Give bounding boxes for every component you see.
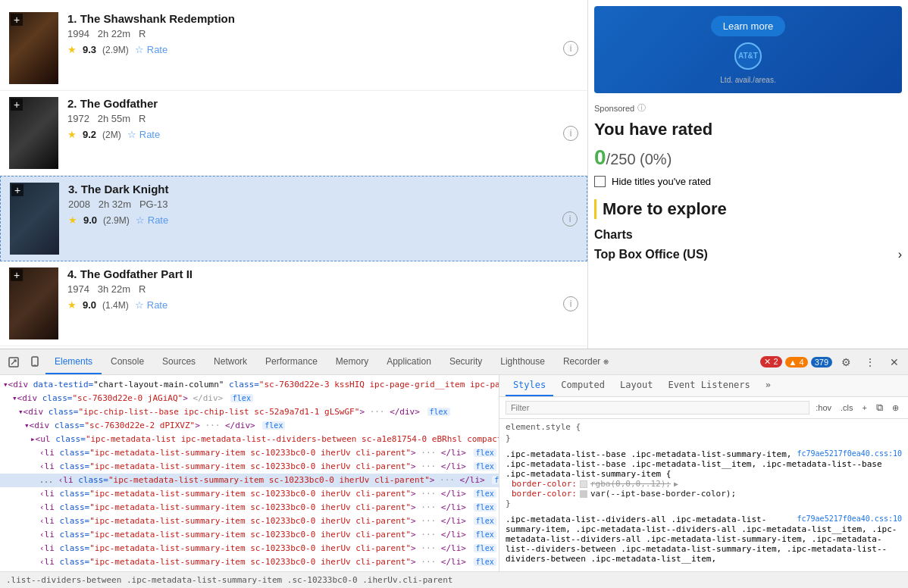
css-selector-1: fc79ae5217f0ea40.css:10 .ipc-metadata-li…	[506, 449, 902, 479]
movie-info-4: 4. The Godfather Part II 1974 3h 22m R ★…	[67, 267, 578, 311]
dom-line-13: ‹li class="ipc-metadata-list-summary-ite…	[0, 542, 499, 555]
prop-name-1: border-color:	[512, 479, 577, 489]
tab-memory[interactable]: Memory	[327, 350, 377, 374]
svg-rect-2	[33, 364, 36, 365]
right-panel: Learn more AT&T Ltd. avail./areas. Spons…	[587, 0, 908, 349]
add-button-4[interactable]: +	[11, 269, 23, 281]
add-style-button[interactable]: +	[859, 402, 870, 414]
movie-info-3: 3. The Dark Knight 2008 2h 32m PG-13 ★ 9…	[68, 183, 578, 226]
score-3: 9.0	[83, 214, 97, 226]
tab-elements[interactable]: Elements	[45, 350, 102, 374]
movie-meta-2: 1972 2h 55m R	[67, 113, 578, 124]
filter-cls-button[interactable]: .cls	[838, 402, 856, 414]
rate-star-icon-2: ☆	[127, 129, 136, 140]
you-have-rated-title: You have rated	[594, 120, 902, 139]
prop-value-2: var(--ipt-base-border-color);	[590, 489, 736, 499]
movie-poster-1: +	[9, 12, 58, 84]
filter-bar: :hov .cls + ⧉ ⊕	[499, 397, 908, 419]
element-style-rule: element.style { }	[506, 422, 902, 443]
tab-layout[interactable]: Layout	[612, 375, 660, 396]
movie-poster-2: +	[9, 97, 58, 169]
votes-2: (2M)	[102, 130, 121, 140]
chevron-right-icon: ›	[898, 248, 902, 261]
star-icon-4: ★	[67, 299, 77, 311]
rating-progress-row: 0/250 (0%)	[594, 145, 902, 170]
tab-styles[interactable]: Styles	[506, 375, 553, 396]
learn-more-button[interactable]: Learn more	[711, 16, 785, 36]
dom-line-8-highlighted: ... ‹li class="ipc-metadata-list-summary…	[0, 474, 499, 487]
add-button-2[interactable]: +	[11, 99, 23, 111]
rate-star-icon-1: ☆	[135, 44, 144, 55]
movie-meta-1: 1994 2h 22m R	[67, 28, 578, 39]
css-prop-border-color-struck: border-color: rgba(0,0,0,.12); ▶	[512, 479, 902, 489]
css-selector-2: fc79ae5217f0ea40.css:10 .ipc-metadata-li…	[506, 514, 902, 564]
movie-title-1: 1. The Shawshank Redemption	[67, 12, 578, 25]
svg-rect-1	[32, 357, 38, 366]
tab-sources[interactable]: Sources	[153, 350, 205, 374]
more-options-button[interactable]: ⋮	[859, 352, 881, 373]
add-button-1[interactable]: +	[11, 14, 23, 26]
tab-lighthouse[interactable]: Lighthouse	[491, 350, 554, 374]
movie-meta-3: 2008 2h 32m PG-13	[68, 199, 578, 210]
copy-style-button[interactable]: ⧉	[873, 400, 886, 415]
inspect-icon-button[interactable]	[3, 352, 24, 373]
movie-info-1: 1. The Shawshank Redemption 1994 2h 22m …	[67, 12, 578, 55]
movie-title-2: 2. The Godfather	[67, 97, 578, 110]
rate-button-2[interactable]: ☆ Rate	[127, 129, 160, 140]
device-toggle-button[interactable]	[24, 352, 45, 373]
info-icon-2[interactable]: i	[563, 126, 578, 141]
styles-content: element.style { } fc79ae5217f0ea40.css:1…	[499, 419, 908, 571]
rate-button-1[interactable]: ☆ Rate	[135, 44, 168, 55]
sponsored-label: Sponsored	[594, 104, 634, 113]
dom-line-3: ▾<div class="ipc-chip-list--base ipc-chi…	[0, 405, 499, 419]
dom-line-11: ‹li class="ipc-metadata-list-summary-ite…	[0, 514, 499, 528]
tab-network[interactable]: Network	[205, 350, 256, 374]
rate-button-4[interactable]: ☆ Rate	[135, 299, 168, 311]
ad-banner: Learn more AT&T Ltd. avail./areas.	[594, 6, 902, 93]
css-block-1: border-color: rgba(0,0,0,.12); ▶ border-…	[512, 479, 902, 499]
hide-rated-checkbox[interactable]	[594, 176, 606, 187]
tab-recorder[interactable]: Recorder ⎈	[554, 350, 618, 374]
info-icon-4[interactable]: i	[563, 296, 578, 311]
sponsored-info-icon: ⓘ	[637, 102, 646, 114]
element-style-closing: }	[506, 433, 902, 443]
movie-item-2[interactable]: + 2. The Godfather 1972 2h 55m R ★ 9.2 (…	[0, 91, 587, 176]
rate-button-3[interactable]: ☆ Rate	[136, 214, 168, 226]
tab-expand-icon[interactable]: »	[758, 375, 778, 396]
tab-computed[interactable]: Computed	[553, 375, 612, 396]
settings-icon-button[interactable]: ⚙	[835, 352, 856, 373]
color-swatch-2	[580, 490, 587, 498]
movie-item-3[interactable]: + 3. The Dark Knight 2008 2h 32m PG-13 ★…	[0, 176, 587, 261]
movie-list-panel: + 1. The Shawshank Redemption 1994 2h 22…	[0, 0, 587, 349]
expand-arrow-1: ▶	[674, 480, 678, 488]
info-icon-1[interactable]: i	[563, 41, 578, 56]
filter-input[interactable]	[506, 401, 809, 414]
top-box-office-row[interactable]: Top Box Office (US) ›	[594, 248, 902, 261]
star-icon-1: ★	[67, 44, 77, 55]
tab-security[interactable]: Security	[440, 350, 491, 374]
hide-rated-row: Hide titles you've rated	[594, 176, 902, 187]
tab-event-listeners[interactable]: Event Listeners	[660, 375, 757, 396]
movie-item-4[interactable]: + 4. The Godfather Part II 1974 3h 22m R…	[0, 261, 587, 346]
dom-line-7: ‹li class="ipc-metadata-list-summary-ite…	[0, 460, 499, 474]
rating-zero: 0	[594, 145, 606, 169]
tab-performance[interactable]: Performance	[256, 350, 327, 374]
toggle-style-button[interactable]: ⊕	[889, 402, 902, 414]
breadcrumb-text: .list--dividers-between .ipc-metadata-li…	[6, 575, 452, 585]
more-to-explore: More to explore	[594, 199, 902, 219]
info-badge: 379	[811, 357, 832, 368]
score-4: 9.0	[83, 299, 96, 311]
bottom-breadcrumb: .list--dividers-between .ipc-metadata-li…	[0, 571, 908, 588]
tab-console[interactable]: Console	[102, 350, 153, 374]
prop-value-1: rgba(0,0,0,.12);	[590, 479, 671, 489]
dom-line-14: ‹li class="ipc-metadata-list-summary-ite…	[0, 555, 499, 569]
close-devtools-button[interactable]: ✕	[884, 352, 905, 373]
devtools-right-icons: ✕ 2 ▲ 4 379 ⚙ ⋮ ✕	[760, 352, 905, 373]
add-button-3[interactable]: +	[11, 184, 23, 196]
votes-1: (2.9M)	[102, 45, 129, 55]
dom-line-1: ▾<div data-testid="chart-layout-main-col…	[0, 378, 499, 392]
info-icon-3[interactable]: i	[562, 211, 578, 227]
movie-item-1[interactable]: + 1. The Shawshank Redemption 1994 2h 22…	[0, 6, 587, 91]
tab-application[interactable]: Application	[377, 350, 440, 374]
filter-hover-button[interactable]: :hov	[813, 402, 834, 414]
